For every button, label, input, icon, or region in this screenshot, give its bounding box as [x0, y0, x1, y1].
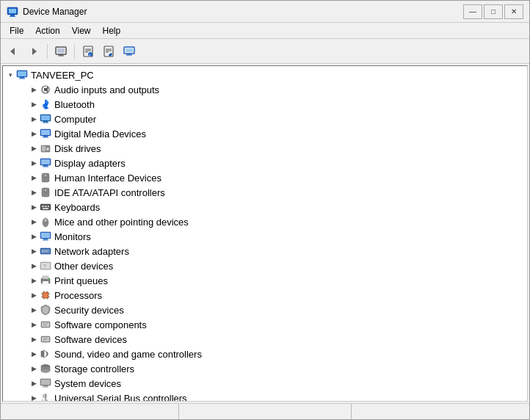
child-expand-arrow-18[interactable]: ▶: [28, 348, 40, 360]
child-label-12: Other devices: [54, 261, 113, 272]
menu-bar: File Action View Help: [1, 23, 529, 39]
svg-rect-49: [42, 206, 43, 207]
tree-item[interactable]: ▶ Digital Media Devices: [3, 126, 527, 141]
menu-help[interactable]: Help: [97, 24, 127, 37]
child-expand-arrow-5[interactable]: ▶: [28, 157, 40, 169]
tree-item[interactable]: ▶ IDE ATA/ATAPI controllers: [3, 185, 527, 200]
child-expand-arrow-6[interactable]: ▶: [28, 172, 40, 184]
tree-item[interactable]: ▶ Monitors: [3, 229, 527, 244]
child-label-19: Storage controllers: [54, 363, 134, 374]
svg-rect-21: [126, 54, 132, 55]
child-expand-arrow-7[interactable]: ▶: [28, 187, 40, 198]
tree-item[interactable]: ▶ Processors: [3, 288, 527, 303]
update-driver-button[interactable]: [99, 42, 118, 61]
child-expand-arrow-8[interactable]: ▶: [28, 201, 40, 213]
menu-view[interactable]: View: [66, 24, 97, 37]
menu-file[interactable]: File: [4, 24, 29, 37]
svg-rect-40: [43, 165, 48, 167]
maximize-button[interactable]: □: [484, 4, 503, 19]
child-expand-arrow-19[interactable]: ▶: [28, 363, 40, 374]
child-icon-5: [40, 157, 51, 169]
tree-item[interactable]: ▶ Audio inputs and outputs: [3, 82, 527, 97]
tree-item[interactable]: ▶ System devices: [3, 376, 527, 391]
minimize-button[interactable]: —: [463, 4, 482, 19]
child-expand-arrow-12[interactable]: ▶: [28, 260, 40, 272]
menu-action[interactable]: Action: [29, 24, 65, 37]
tree-item[interactable]: ▶ Print queues: [3, 273, 527, 288]
tree-item[interactable]: ▶ Display adapters: [3, 156, 527, 170]
svg-rect-36: [42, 146, 46, 151]
tree-item[interactable]: ▶ Bluetooth: [3, 97, 527, 112]
svg-rect-32: [41, 130, 50, 135]
svg-rect-29: [43, 121, 48, 123]
show-device-button[interactable]: [51, 42, 70, 61]
root-node[interactable]: ▾ TANVEER_PC: [3, 68, 527, 82]
properties-button[interactable]: i: [79, 42, 98, 61]
svg-rect-85: [42, 322, 49, 327]
child-expand-arrow-15[interactable]: ▶: [28, 304, 40, 316]
tree-item[interactable]: ▶ Sound, video and game controllers: [3, 347, 527, 361]
device-tree: ▾ TANVEER_PC ▶ Audio inputs and outputs …: [3, 66, 527, 402]
child-expand-arrow-1[interactable]: ▶: [28, 98, 40, 110]
child-expand-arrow-17[interactable]: ▶: [28, 333, 40, 345]
child-expand-arrow-3[interactable]: ▶: [28, 128, 40, 140]
tree-item[interactable]: ▶ Storage controllers: [3, 361, 527, 376]
tree-item[interactable]: ▶ Computer: [3, 112, 527, 126]
root-expand-arrow[interactable]: ▾: [4, 69, 16, 81]
child-expand-arrow-21[interactable]: ▶: [28, 392, 40, 402]
child-expand-arrow-10[interactable]: ▶: [28, 231, 40, 242]
tree-content[interactable]: ▾ TANVEER_PC ▶ Audio inputs and outputs …: [2, 65, 528, 402]
child-expand-arrow-11[interactable]: ▶: [28, 245, 40, 257]
svg-rect-20: [127, 54, 131, 55]
toolbar-sep-1: [47, 44, 48, 59]
child-expand-arrow-20[interactable]: ▶: [28, 377, 40, 389]
back-button[interactable]: [4, 42, 23, 61]
child-label-5: Display adapters: [54, 158, 126, 169]
svg-rect-71: [43, 276, 48, 279]
svg-rect-23: [18, 71, 26, 76]
tree-item[interactable]: ▶ Universal Serial Bus controllers: [3, 391, 527, 402]
toolbar: i: [1, 39, 529, 64]
child-expand-arrow-14[interactable]: ▶: [28, 289, 40, 301]
svg-rect-72: [43, 281, 48, 284]
svg-rect-59: [41, 233, 50, 238]
tree-item[interactable]: ▶ ? Other devices: [3, 258, 527, 273]
child-label-1: Bluetooth: [54, 99, 95, 110]
svg-point-97: [41, 369, 50, 373]
close-button[interactable]: ✕: [504, 4, 523, 19]
child-expand-arrow-0[interactable]: ▶: [28, 84, 40, 95]
svg-point-47: [45, 189, 46, 191]
child-expand-arrow-2[interactable]: ▶: [28, 113, 40, 125]
child-label-10: Monitors: [54, 231, 91, 242]
child-icon-6: [40, 172, 51, 184]
root-icon: [16, 69, 28, 81]
svg-rect-1: [9, 9, 16, 13]
tree-item[interactable]: ▶ Software components: [3, 317, 527, 332]
tree-item[interactable]: ▶ Keyboards: [3, 200, 527, 214]
child-expand-arrow-4[interactable]: ▶: [28, 142, 40, 154]
forward-button[interactable]: [24, 42, 43, 61]
svg-point-73: [48, 279, 49, 280]
svg-text:?: ?: [43, 264, 46, 269]
title-bar: Device Manager — □ ✕: [1, 1, 529, 23]
svg-rect-99: [41, 380, 50, 385]
child-icon-3: [40, 128, 51, 140]
child-expand-arrow-13[interactable]: ▶: [28, 275, 40, 286]
tree-item[interactable]: ▶ Mice and other pointing devices: [3, 214, 527, 229]
tree-item[interactable]: ▶ Security devices: [3, 303, 527, 317]
child-icon-7: [40, 187, 51, 198]
child-expand-arrow-16[interactable]: ▶: [28, 319, 40, 330]
tree-item[interactable]: ▶ Disk drives: [3, 141, 527, 156]
status-bar: [1, 403, 529, 419]
display-button[interactable]: [120, 42, 139, 61]
child-label-0: Audio inputs and outputs: [54, 84, 159, 95]
svg-rect-54: [43, 208, 48, 209]
child-expand-arrow-9[interactable]: ▶: [28, 216, 40, 228]
child-icon-19: [40, 363, 51, 374]
tree-item[interactable]: ▶ Network adapters: [3, 244, 527, 258]
child-icon-14: [40, 289, 51, 301]
child-label-7: IDE ATA/ATAPI controllers: [54, 187, 165, 198]
tree-item[interactable]: ▶ Software devices: [3, 332, 527, 347]
svg-point-104: [44, 401, 46, 402]
tree-item[interactable]: ▶ Human Interface Devices: [3, 170, 527, 185]
